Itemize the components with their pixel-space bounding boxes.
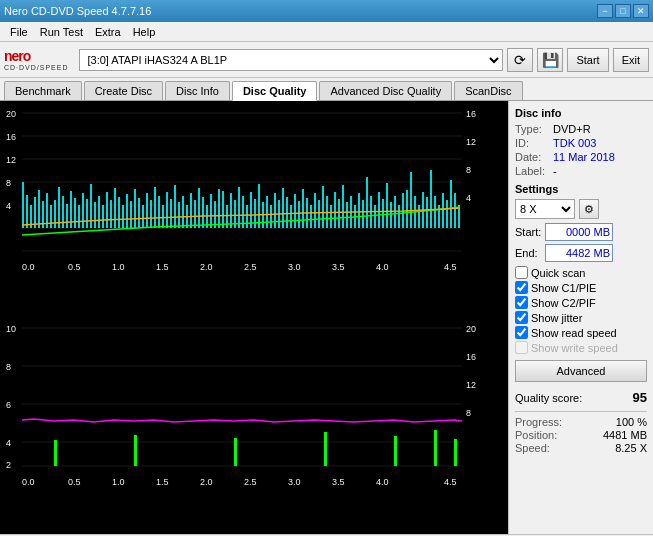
svg-rect-36 xyxy=(98,196,100,228)
disc-date-label: Date: xyxy=(515,151,553,163)
svg-rect-122 xyxy=(442,193,444,228)
speed-row: 8 X Max 2 X 4 X ⚙ xyxy=(515,199,647,219)
menu-file[interactable]: File xyxy=(4,24,34,40)
svg-rect-84 xyxy=(290,205,292,228)
show-read-speed-row: Show read speed xyxy=(515,326,647,339)
svg-text:1.5: 1.5 xyxy=(156,477,169,487)
tab-benchmark[interactable]: Benchmark xyxy=(4,81,82,100)
svg-rect-40 xyxy=(114,188,116,228)
svg-text:0.5: 0.5 xyxy=(68,477,81,487)
save-icon[interactable]: 💾 xyxy=(537,48,563,72)
svg-rect-42 xyxy=(122,205,124,228)
disc-type-row: Type: DVD+R xyxy=(515,123,647,135)
drive-select[interactable]: [3:0] ATAPI iHAS324 A BL1P xyxy=(79,49,504,71)
svg-rect-33 xyxy=(86,199,88,228)
menu-extra[interactable]: Extra xyxy=(89,24,127,40)
position-value: 4481 MB xyxy=(603,429,647,441)
refresh-icon[interactable]: ⟳ xyxy=(507,48,533,72)
svg-rect-124 xyxy=(450,180,452,228)
svg-rect-153 xyxy=(234,438,237,466)
svg-rect-38 xyxy=(106,192,108,228)
svg-rect-86 xyxy=(298,201,300,228)
quick-scan-row: Quick scan xyxy=(515,266,647,279)
svg-rect-114 xyxy=(410,172,412,228)
disc-info-title: Disc info xyxy=(515,107,647,119)
speed-label-progress: Speed: xyxy=(515,442,550,454)
svg-rect-152 xyxy=(134,435,137,466)
svg-rect-107 xyxy=(382,199,384,228)
disc-label-value: - xyxy=(553,165,557,177)
tab-advanced-disc-quality[interactable]: Advanced Disc Quality xyxy=(319,81,452,100)
show-c2pif-checkbox[interactable] xyxy=(515,296,528,309)
svg-rect-53 xyxy=(166,192,168,228)
show-read-speed-checkbox[interactable] xyxy=(515,326,528,339)
svg-rect-35 xyxy=(94,202,96,228)
svg-rect-85 xyxy=(294,194,296,228)
svg-rect-56 xyxy=(178,202,180,228)
tab-disc-info[interactable]: Disc Info xyxy=(165,81,230,100)
svg-rect-25 xyxy=(54,200,56,228)
show-c1pie-checkbox[interactable] xyxy=(515,281,528,294)
exit-button[interactable]: Exit xyxy=(613,48,649,72)
svg-rect-94 xyxy=(330,205,332,228)
tab-scan-disc[interactable]: ScanDisc xyxy=(454,81,522,100)
svg-rect-71 xyxy=(238,187,240,228)
svg-text:0.0: 0.0 xyxy=(22,262,35,272)
svg-rect-98 xyxy=(346,202,348,228)
svg-text:2.5: 2.5 xyxy=(244,262,257,272)
svg-rect-67 xyxy=(222,191,224,228)
tab-create-disc[interactable]: Create Disc xyxy=(84,81,163,100)
svg-rect-123 xyxy=(446,200,448,228)
svg-rect-30 xyxy=(74,198,76,228)
svg-rect-66 xyxy=(218,189,220,228)
svg-text:4: 4 xyxy=(6,201,11,211)
start-mb-input[interactable] xyxy=(545,223,613,241)
svg-rect-69 xyxy=(230,193,232,228)
show-write-speed-checkbox[interactable] xyxy=(515,341,528,354)
progress-section: Progress: 100 % Position: 4481 MB Speed:… xyxy=(515,411,647,454)
svg-rect-96 xyxy=(338,199,340,228)
svg-rect-97 xyxy=(342,185,344,228)
svg-rect-37 xyxy=(102,205,104,228)
svg-rect-109 xyxy=(390,202,392,228)
svg-rect-80 xyxy=(274,193,276,228)
bottom-chart: 10 8 6 4 2 20 16 12 8 xyxy=(4,320,504,531)
disc-type-label: Type: xyxy=(515,123,553,135)
quick-scan-checkbox[interactable] xyxy=(515,266,528,279)
svg-rect-39 xyxy=(110,200,112,228)
svg-text:3.0: 3.0 xyxy=(288,262,301,272)
svg-text:2.5: 2.5 xyxy=(244,477,257,487)
menu-bar: File Run Test Extra Help xyxy=(0,22,653,42)
end-mb-input[interactable] xyxy=(545,244,613,262)
disc-label-label: Label: xyxy=(515,165,553,177)
menu-run-test[interactable]: Run Test xyxy=(34,24,89,40)
svg-rect-51 xyxy=(158,196,160,228)
close-button[interactable]: ✕ xyxy=(633,4,649,18)
svg-rect-92 xyxy=(322,186,324,228)
svg-text:6: 6 xyxy=(6,400,11,410)
show-jitter-checkbox[interactable] xyxy=(515,311,528,324)
menu-help[interactable]: Help xyxy=(127,24,162,40)
progress-value: 100 % xyxy=(616,416,647,428)
svg-text:8: 8 xyxy=(466,165,471,175)
speed-select[interactable]: 8 X Max 2 X 4 X xyxy=(515,199,575,219)
tab-disc-quality[interactable]: Disc Quality xyxy=(232,81,318,101)
disc-id-row: ID: TDK 003 xyxy=(515,137,647,149)
svg-rect-90 xyxy=(314,193,316,228)
svg-rect-31 xyxy=(78,205,80,228)
svg-rect-21 xyxy=(38,190,40,228)
svg-rect-102 xyxy=(362,200,364,228)
start-button[interactable]: Start xyxy=(567,48,608,72)
settings-icon-button[interactable]: ⚙ xyxy=(579,199,599,219)
nero-logo: nero CD·DVD/SPEED xyxy=(4,48,69,71)
svg-rect-45 xyxy=(134,189,136,228)
svg-text:8: 8 xyxy=(6,178,11,188)
nero-logo-bottom: CD·DVD/SPEED xyxy=(4,64,69,71)
svg-rect-95 xyxy=(334,192,336,228)
maximize-button[interactable]: □ xyxy=(615,4,631,18)
minimize-button[interactable]: − xyxy=(597,4,613,18)
advanced-button[interactable]: Advanced xyxy=(515,360,647,382)
svg-rect-26 xyxy=(58,187,60,228)
svg-text:4.0: 4.0 xyxy=(376,262,389,272)
svg-rect-59 xyxy=(190,193,192,228)
